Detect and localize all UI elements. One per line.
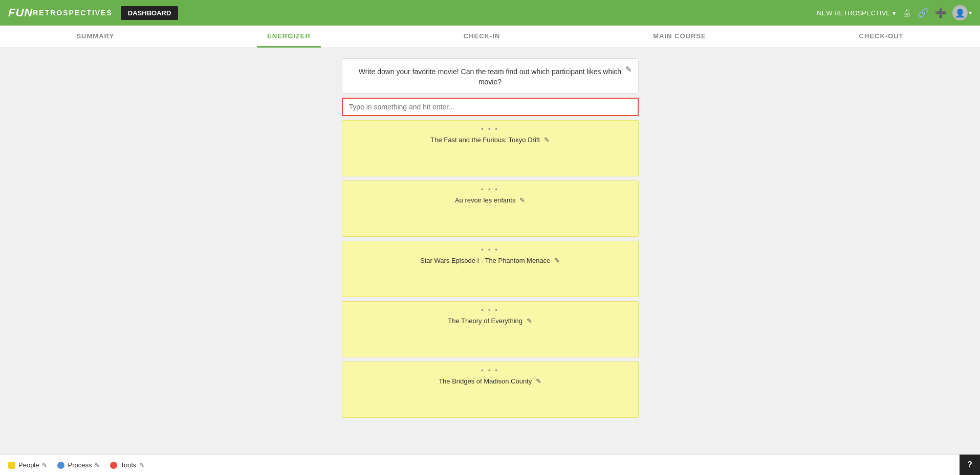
- tab-summary[interactable]: SUMMARY: [66, 26, 124, 48]
- bottom-people[interactable]: People ✎: [8, 461, 47, 469]
- card1-dots: • • •: [350, 126, 631, 133]
- header-left: FUN RETROSPECTIVES DASHBOARD: [8, 6, 178, 20]
- card4-text: The Theory of Everything ✎: [350, 317, 631, 325]
- tools-icon: [110, 462, 117, 469]
- logo-retro: RETROSPECTIVES: [33, 9, 113, 17]
- logo-fun: FUN: [8, 6, 33, 19]
- tools-label: Tools: [120, 461, 136, 469]
- share-icon[interactable]: 🔗: [918, 7, 929, 18]
- bottom-tools[interactable]: Tools ✎: [110, 461, 144, 469]
- card5-text: The Bridges of Madison County ✎: [350, 377, 631, 385]
- main-content: Write down your favorite movie! Can the …: [0, 48, 980, 455]
- user-chevron: ▾: [969, 9, 972, 16]
- prompt-card: Write down your favorite movie! Can the …: [342, 58, 639, 94]
- new-retro-chevron: ▾: [892, 9, 896, 17]
- entry-input[interactable]: [342, 98, 639, 116]
- card3-edit-icon[interactable]: ✎: [554, 257, 560, 264]
- card2-edit-icon[interactable]: ✎: [519, 196, 525, 204]
- add-icon[interactable]: ➕: [935, 7, 946, 18]
- card4-edit-icon[interactable]: ✎: [527, 317, 532, 325]
- card3-dots: • • •: [350, 246, 631, 254]
- people-edit-icon[interactable]: ✎: [42, 462, 47, 469]
- sticky-card-5: • • • The Bridges of Madison County ✎: [342, 361, 639, 418]
- card2-text: Au revoir les enfants ✎: [350, 196, 631, 204]
- user-menu[interactable]: 👤 ▾: [952, 5, 972, 20]
- nav-tabs: SUMMARY ENERGIZER CHECK-IN MAIN COURSE C…: [0, 26, 980, 48]
- sticky-card-2: • • • Au revoir les enfants ✎: [342, 180, 639, 237]
- app-header: FUN RETROSPECTIVES DASHBOARD NEW RETROSP…: [0, 0, 980, 26]
- new-retrospective-link[interactable]: NEW RETROSPECTIVE ▾: [817, 9, 896, 17]
- card1-text: The Fast and the Furious: Tokyo Drift ✎: [350, 136, 631, 144]
- card1-edit-icon[interactable]: ✎: [544, 136, 550, 144]
- tab-energizer[interactable]: ENERGIZER: [257, 26, 321, 48]
- sticky-card-4: • • • The Theory of Everything ✎: [342, 301, 639, 357]
- card3-text: Star Wars Episode I - The Phantom Menace…: [350, 257, 631, 264]
- new-retro-label: NEW RETROSPECTIVE: [817, 9, 890, 17]
- card5-dots: • • •: [350, 367, 631, 374]
- prompt-edit-icon[interactable]: ✎: [625, 65, 632, 74]
- card2-dots: • • •: [350, 186, 631, 193]
- card4-dots: • • •: [350, 307, 631, 314]
- dashboard-button[interactable]: DASHBOARD: [121, 6, 179, 20]
- sticky-card-3: • • • Star Wars Episode I - The Phantom …: [342, 241, 639, 297]
- input-row: [342, 98, 639, 116]
- tools-edit-icon[interactable]: ✎: [139, 462, 144, 469]
- tab-maincourse[interactable]: MAIN COURSE: [643, 26, 716, 48]
- process-label: Process: [68, 461, 92, 469]
- help-button[interactable]: ?: [960, 455, 980, 475]
- process-edit-icon[interactable]: ✎: [95, 462, 100, 469]
- sticky-card-1: • • • The Fast and the Furious: Tokyo Dr…: [342, 120, 639, 176]
- bottom-process[interactable]: Process ✎: [57, 461, 100, 469]
- bottom-bar: People ✎ Process ✎ Tools ✎: [0, 455, 980, 475]
- people-icon: [8, 462, 15, 469]
- prompt-text: Write down your favorite movie! Can the …: [353, 67, 628, 87]
- card5-edit-icon[interactable]: ✎: [536, 377, 541, 385]
- people-label: People: [18, 461, 39, 469]
- avatar[interactable]: 👤: [952, 5, 968, 20]
- logo: FUN RETROSPECTIVES: [8, 6, 113, 19]
- tab-checkin[interactable]: CHECK-IN: [453, 26, 511, 48]
- header-right: NEW RETROSPECTIVE ▾ 🖨 🔗 ➕ 👤 ▾: [817, 5, 972, 20]
- print-icon[interactable]: 🖨: [902, 8, 911, 18]
- tab-checkout[interactable]: CHECK-OUT: [849, 26, 914, 48]
- process-icon: [57, 462, 64, 469]
